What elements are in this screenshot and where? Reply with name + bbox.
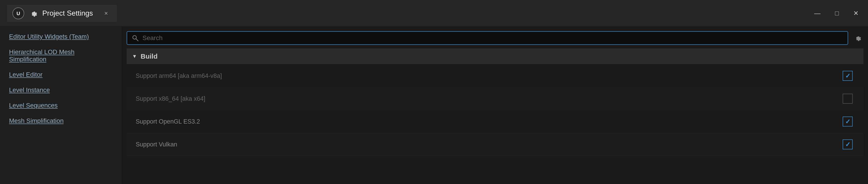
right-panel: ▼ Build Support arm64 [aka arm64-v8a] ✓ … [122, 27, 868, 184]
row-label-x86: Support x86_64 [aka x64] [136, 95, 841, 102]
sidebar-item-editor-utility-widgets[interactable]: Editor Utility Widgets (Team) [0, 29, 122, 44]
row-label-arm64: Support arm64 [aka arm64-v8a] [136, 72, 841, 80]
row-label-opengl: Support OpenGL ES3.2 [136, 118, 841, 125]
ue-logo-icon: U [12, 7, 24, 19]
settings-gear-icon [29, 9, 38, 18]
section-collapse-arrow: ▼ [132, 53, 137, 59]
main-content: Editor Utility Widgets (Team) Hierarchic… [0, 27, 868, 184]
search-settings-button[interactable] [852, 32, 864, 44]
sidebar-item-level-instance[interactable]: Level Instance [0, 82, 122, 98]
svg-line-3 [136, 39, 138, 41]
title-tab: U Project Settings × [7, 5, 117, 22]
checkmark-arm64: ✓ [845, 72, 850, 80]
sidebar-item-level-editor[interactable]: Level Editor [0, 67, 122, 82]
sidebar-item-hierarchical-lod[interactable]: Hierarchical LOD Mesh Simplification [0, 44, 122, 67]
table-row: Support Vulkan ✓ [127, 133, 864, 156]
section-title-build: Build [141, 53, 158, 60]
search-bar-container [127, 31, 864, 45]
search-bar [127, 31, 848, 45]
checkmark-vulkan: ✓ [845, 141, 850, 148]
window-controls: — □ ✕ [811, 8, 861, 19]
search-gear-icon [854, 34, 862, 42]
row-control-opengl[interactable]: ✓ [841, 115, 855, 128]
checkmark-opengl: ✓ [845, 118, 850, 125]
maximize-button[interactable]: □ [832, 8, 841, 19]
tab-close-button[interactable]: × [104, 10, 108, 17]
sidebar: Editor Utility Widgets (Team) Hierarchic… [0, 27, 122, 184]
checkbox-arm64[interactable]: ✓ [843, 71, 852, 81]
row-label-vulkan: Support Vulkan [136, 141, 841, 148]
settings-content: ▼ Build Support arm64 [aka arm64-v8a] ✓ … [127, 49, 864, 184]
row-control-arm64[interactable]: ✓ [841, 69, 855, 83]
svg-text:U: U [17, 11, 20, 16]
search-input[interactable] [143, 34, 843, 42]
table-row: Support x86_64 [aka x64] [127, 87, 864, 110]
close-button[interactable]: ✕ [850, 8, 861, 19]
checkbox-opengl[interactable]: ✓ [843, 117, 852, 126]
window-title: Project Settings [42, 9, 93, 18]
row-control-vulkan[interactable]: ✓ [841, 137, 855, 151]
sidebar-item-level-sequences[interactable]: Level Sequences [0, 98, 122, 113]
checkbox-vulkan[interactable]: ✓ [843, 140, 852, 149]
sidebar-item-mesh-simplification[interactable]: Mesh Simplification [0, 113, 122, 128]
minimize-button[interactable]: — [811, 8, 823, 19]
checkbox-x86[interactable] [843, 94, 852, 104]
build-section-header[interactable]: ▼ Build [127, 49, 864, 64]
search-icon [132, 34, 139, 42]
table-row: Support arm64 [aka arm64-v8a] ✓ [127, 64, 864, 87]
row-control-x86[interactable] [841, 92, 855, 105]
title-bar: U Project Settings × — □ ✕ [0, 0, 868, 27]
table-row: Support OpenGL ES3.2 ✓ [127, 110, 864, 133]
